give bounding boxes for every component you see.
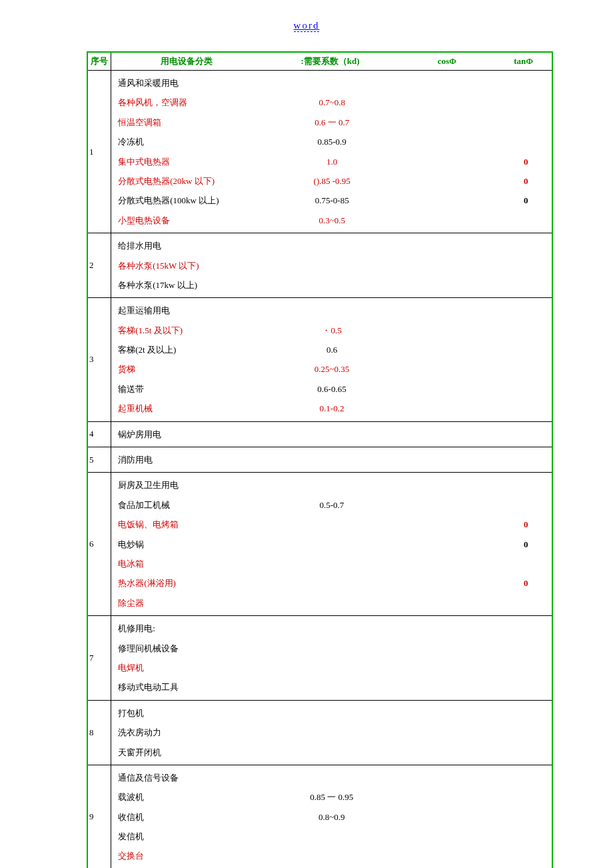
tan-value (494, 236, 552, 255)
tan-value (494, 787, 552, 807)
kd-value (261, 554, 396, 573)
seq-cell: 8 (87, 700, 111, 765)
equipment-name: 恒温空调箱 (111, 113, 261, 132)
cos-value (396, 827, 493, 846)
table-row: 热水器(淋浴用)0 (111, 573, 552, 593)
tan-value (494, 256, 552, 275)
table-group-row: 2给排水用电各种水泵(15kW 以下)各种水泵(17kw 以上) (87, 233, 552, 298)
table-row: 小型电热设备0.3~0.5 (111, 211, 552, 230)
kd-value (260, 827, 396, 846)
table-row: 电焊机 (111, 658, 552, 677)
tan-value (493, 639, 552, 658)
table-row: 电饭锅、电烤箱0 (111, 515, 552, 534)
cos-value (396, 658, 494, 677)
kd-value (261, 475, 396, 495)
kd-value (261, 73, 396, 93)
tan-value (493, 495, 552, 515)
equipment-name: 移动式电动工具 (111, 677, 261, 697)
tan-value (494, 846, 552, 865)
tan-value (494, 379, 552, 399)
kd-value: 0.6-0.65 (261, 379, 397, 399)
equipment-name: 各种风机，空调器 (111, 93, 261, 112)
equipment-name: 收信机 (111, 807, 260, 827)
cos-value (396, 703, 494, 723)
kd-value (261, 256, 396, 275)
group-body: 厨房及卫生用电食品加工机械0.5-0.7电饭锅、电烤箱0电炒锅0电冰箱热水器(淋… (111, 473, 552, 616)
equipment-name: 打包机 (111, 703, 261, 723)
tan-value (494, 73, 552, 93)
equipment-name: 发信机 (111, 827, 260, 846)
seq-cell: 2 (87, 233, 111, 298)
kd-value: 0.6 (261, 340, 397, 359)
table-group-row: 6厨房及卫生用电食品加工机械0.5-0.7电饭锅、电烤箱0电炒锅0电冰箱热水器(… (87, 473, 552, 616)
cos-value (396, 236, 494, 255)
table-row: 电炒锅0 (111, 535, 552, 554)
equipment-name: 热水器(淋浴用) (111, 573, 261, 593)
cos-value (396, 807, 493, 827)
group-body: 锅炉房用电 (111, 421, 552, 447)
cos-value (396, 113, 493, 132)
table-row: 移动式电动工具 (111, 677, 552, 697)
kd-value (260, 768, 396, 787)
seq-cell: 9 (87, 765, 111, 868)
kd-value (261, 450, 396, 469)
kd-value: ().85 -0.95 (261, 171, 396, 191)
tan-value: 0 (494, 171, 552, 191)
tan-value (494, 399, 552, 418)
equipment-name: 分散式电热器(100kw 以上) (111, 191, 261, 210)
equipment-name: 载波机 (111, 787, 260, 807)
kd-value (261, 723, 396, 742)
equipment-name: 各种水泵(15kW 以下) (111, 256, 261, 275)
table-row: 通风和采暖用电 (111, 73, 552, 93)
tan-value (493, 658, 552, 677)
tan-value (493, 475, 552, 495)
col-tan: tanΦ (495, 52, 552, 71)
cos-value (396, 677, 494, 697)
kd-value (261, 573, 396, 593)
kd-value (261, 301, 397, 320)
table-row: 集中式电热器1.00 (111, 152, 552, 171)
cos-value (396, 132, 493, 151)
kd-value: 1.0 (261, 152, 396, 171)
table-group-row: 8打包机洗衣房动力天窗开闭机 (87, 700, 552, 765)
word-link[interactable]: word (294, 20, 320, 32)
equipment-name: 电饭锅、电烤箱 (111, 515, 261, 534)
cos-value (396, 495, 493, 515)
table-row: 载波机0.85 一 0.95 (111, 787, 552, 807)
tan-value: 0 (493, 535, 552, 554)
cos-value (396, 768, 493, 787)
equipment-name: 厨房及卫生用电 (111, 475, 261, 495)
cos-value (397, 301, 494, 320)
equipment-name: 集中式电热器 (111, 152, 261, 171)
tan-value (494, 211, 552, 230)
equipment-name: 货梯 (111, 359, 260, 379)
tan-value: 0 (494, 152, 552, 171)
table-row: 交换台 (111, 846, 552, 865)
seq-cell: 3 (87, 298, 111, 421)
cos-value (397, 340, 494, 359)
table-row: 输送带0.6-0.65 (111, 379, 552, 399)
kd-value (261, 236, 396, 255)
equipment-name: 机修用电: (111, 619, 261, 638)
table-row: 发信机 (111, 827, 552, 846)
group-body: 通风和采暖用电各种风机，空调器0.7~0.8恒温空调箱0.6 一 0.7冷冻机0… (111, 71, 552, 233)
equipment-name: 天窗开闭机 (111, 743, 261, 762)
cos-value (397, 321, 494, 340)
kd-value: 0.85-0.9 (261, 132, 396, 151)
cos-value (396, 554, 493, 573)
tan-value: 0 (493, 573, 552, 593)
table-row: 机修用电: (111, 619, 552, 638)
tan-value (493, 723, 552, 742)
page-header: word (87, 20, 526, 31)
equipment-name: 通风和采暖用电 (111, 73, 261, 93)
kd-value: 0.5-0.7 (261, 495, 396, 515)
tan-value (494, 132, 552, 151)
cos-value (396, 475, 493, 495)
tan-value: 0 (493, 515, 552, 534)
kd-value (261, 515, 396, 534)
tan-value (494, 113, 552, 132)
table-row: 货梯0.25~0.35 (111, 359, 552, 379)
group-body: 通信及信号设备载波机0.85 一 0.95收信机0.8~0.9发信机交换台 (111, 765, 552, 868)
kd-value (261, 275, 396, 295)
kd-value: 0.7~0.8 (261, 93, 396, 112)
